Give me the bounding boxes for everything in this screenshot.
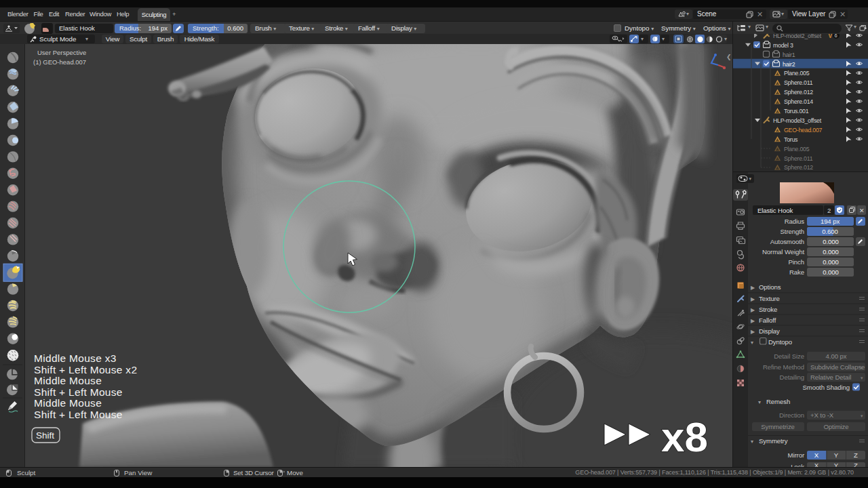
svg-text:Symmetrize: Symmetrize: [761, 423, 795, 430]
svg-text:Shift: Shift: [36, 430, 54, 441]
svg-text:Smooth Shading: Smooth Shading: [802, 384, 850, 391]
svg-text:0.000: 0.000: [823, 238, 839, 245]
svg-text:Shift + Left Mouse: Shift + Left Mouse: [34, 386, 123, 398]
svg-text:Middle Mouse x3: Middle Mouse x3: [34, 352, 117, 364]
svg-text:(1) GEO-head.007: (1) GEO-head.007: [33, 58, 86, 66]
svg-text:Middle Mouse: Middle Mouse: [34, 397, 102, 409]
svg-text:Refine Method: Refine Method: [763, 363, 804, 371]
svg-text:194 px: 194 px: [821, 218, 840, 225]
svg-text:GEO-head.007: GEO-head.007: [784, 127, 823, 134]
svg-text:X: X: [814, 462, 819, 467]
svg-text:Plane.005: Plane.005: [784, 70, 810, 77]
svg-text:Display: Display: [759, 327, 780, 335]
svg-text:2: 2: [827, 207, 831, 214]
svg-text:Detail Size: Detail Size: [774, 352, 804, 360]
svg-text:▾: ▾: [751, 439, 753, 445]
svg-text:Z: Z: [854, 462, 858, 467]
svg-text:▾: ▾: [758, 399, 761, 405]
svg-text:Mirror: Mirror: [788, 451, 805, 459]
svg-text:Pinch: Pinch: [789, 258, 805, 266]
svg-text:Dyntopo: Dyntopo: [768, 338, 792, 346]
svg-text:Strength: Strength: [781, 228, 804, 235]
svg-text:❮: ❮: [726, 54, 732, 61]
svg-text:▶: ▶: [751, 307, 755, 313]
svg-text:▾: ▾: [861, 365, 863, 370]
svg-text:6: 6: [835, 34, 837, 39]
svg-text:Elastic Hook: Elastic Hook: [757, 207, 793, 214]
svg-text:▶: ▶: [751, 285, 755, 291]
svg-text:Sphere.011: Sphere.011: [784, 79, 813, 86]
svg-text:Y: Y: [834, 462, 839, 467]
svg-text:hair2: hair2: [783, 61, 795, 68]
svg-text:Falloff: Falloff: [759, 317, 776, 324]
svg-text:▶: ▶: [751, 296, 755, 302]
svg-text:▾: ▾: [749, 176, 752, 181]
svg-text:Shift + Left Mouse: Shift + Left Mouse: [34, 409, 123, 420]
svg-text:0.000: 0.000: [823, 248, 839, 256]
svg-text:Subdivide Collapse: Subdivide Collapse: [810, 363, 865, 371]
svg-text:V: V: [828, 34, 833, 39]
svg-text:HLP-model2_offset: HLP-model2_offset: [773, 34, 822, 39]
svg-text:Sphere.012: Sphere.012: [784, 89, 813, 96]
svg-text:Torus.001: Torus.001: [784, 108, 809, 115]
svg-text:+X to -X: +X to -X: [810, 411, 834, 419]
svg-text:Autosmooth: Autosmooth: [770, 238, 804, 245]
svg-text:Optimize: Optimize: [823, 423, 848, 430]
svg-text:0.600: 0.600: [822, 228, 838, 235]
svg-text:Radius: Radius: [785, 218, 805, 225]
svg-text:Relative Detail: Relative Detail: [810, 373, 851, 381]
svg-text:▾: ▾: [861, 413, 863, 418]
svg-text:Symmetry: Symmetry: [759, 437, 788, 445]
svg-text:HLP-model3_offset: HLP-model3_offset: [773, 117, 822, 124]
svg-text:▾: ▾: [861, 375, 863, 380]
svg-text:Texture: Texture: [759, 295, 780, 302]
svg-text:User Perspective: User Perspective: [37, 49, 86, 56]
svg-text:model 3: model 3: [773, 42, 793, 49]
svg-text:Rake: Rake: [789, 268, 804, 276]
svg-text:x8: x8: [661, 413, 708, 460]
svg-text:Z: Z: [854, 451, 858, 459]
svg-text:Detailing: Detailing: [780, 373, 804, 381]
svg-text:Sphere.011: Sphere.011: [784, 155, 813, 162]
svg-text:0.000: 0.000: [823, 268, 839, 276]
svg-text:Middle Mouse: Middle Mouse: [34, 375, 102, 386]
svg-text:4.00 px: 4.00 px: [826, 352, 847, 360]
svg-text:✕: ✕: [859, 207, 864, 214]
svg-text:▶: ▶: [751, 318, 755, 324]
svg-text:Torus: Torus: [784, 136, 798, 143]
svg-text:▶: ▶: [751, 329, 755, 335]
svg-text:Normal Weight: Normal Weight: [762, 248, 804, 256]
svg-text:Sphere.014: Sphere.014: [784, 98, 813, 105]
svg-text:Plane.005: Plane.005: [784, 146, 810, 152]
svg-text:Stroke: Stroke: [759, 306, 777, 313]
svg-text:Remesh: Remesh: [766, 398, 790, 405]
svg-text:Direction: Direction: [779, 411, 804, 419]
svg-text:X: X: [814, 451, 819, 459]
svg-text:Shift + Left Mouse x2: Shift + Left Mouse x2: [34, 364, 137, 375]
svg-text:Y: Y: [834, 451, 839, 459]
svg-text:Sphere.012: Sphere.012: [784, 164, 813, 171]
svg-text:hair1: hair1: [783, 52, 795, 58]
svg-text:▾: ▾: [751, 340, 753, 346]
svg-text:0.000: 0.000: [823, 258, 839, 266]
svg-text:Options: Options: [759, 283, 781, 291]
